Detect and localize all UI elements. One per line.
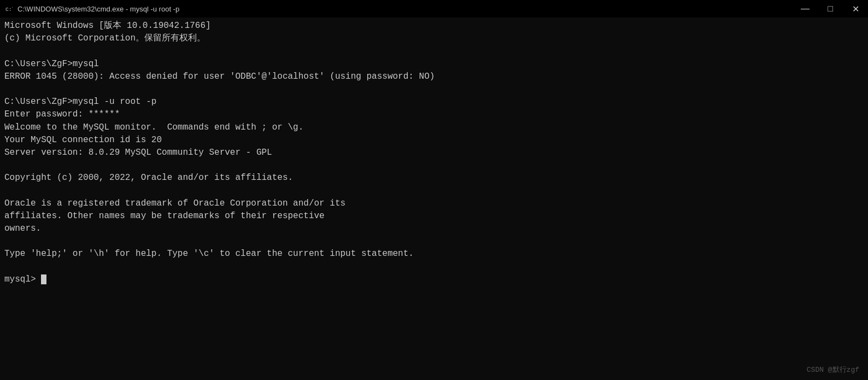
terminal-line-empty [4,184,864,197]
title-bar: C:\ C:\WINDOWS\system32\cmd.exe - mysql … [0,0,868,17]
terminal-cursor [41,274,46,284]
terminal-line-empty [4,159,864,172]
terminal-prompt-line: mysql> [4,273,864,286]
terminal-line: Type 'help;' or '\h' for help. Type '\c'… [4,248,864,260]
terminal-line: Welcome to the MySQL monitor. Commands e… [4,121,864,134]
terminal-line-empty [4,83,864,96]
terminal-line: ERROR 1045 (28000): Access denied for us… [4,71,864,83]
cmd-icon: C:\ [4,4,13,13]
svg-text:C:\: C:\ [5,7,13,13]
terminal-line: owners. [4,223,864,235]
window-controls: — □ ✕ [793,0,868,17]
terminal-line: (c) Microsoft Corporation。保留所有权利。 [4,32,864,45]
terminal-line: Enter password: ****** [4,108,864,121]
terminal-line: Server version: 8.0.29 MySQL Community S… [4,147,864,159]
terminal-line: Your MySQL connection id is 20 [4,134,864,147]
minimize-button[interactable]: — [793,0,818,17]
window-title: C:\WINDOWS\system32\cmd.exe - mysql -u r… [17,5,864,13]
terminal-line-empty [4,261,864,273]
terminal-body[interactable]: Microsoft Windows [版本 10.0.19042.1766] (… [0,17,868,380]
terminal-line-empty [4,235,864,248]
close-button[interactable]: ✕ [843,0,868,17]
terminal-line: C:\Users\ZgF>mysql -u root -p [4,96,864,108]
maximize-button[interactable]: □ [818,0,843,17]
cmd-window: C:\ C:\WINDOWS\system32\cmd.exe - mysql … [0,0,868,380]
terminal-line-empty [4,45,864,57]
terminal-line: Microsoft Windows [版本 10.0.19042.1766] [4,20,864,32]
watermark: CSDN @默行zgf [807,365,859,376]
terminal-line: affiliates. Other names may be trademark… [4,210,864,223]
terminal-line: C:\Users\ZgF>mysql [4,58,864,71]
terminal-line: Oracle is a registered trademark of Orac… [4,197,864,210]
terminal-line: Copyright (c) 2000, 2022, Oracle and/or … [4,172,864,184]
